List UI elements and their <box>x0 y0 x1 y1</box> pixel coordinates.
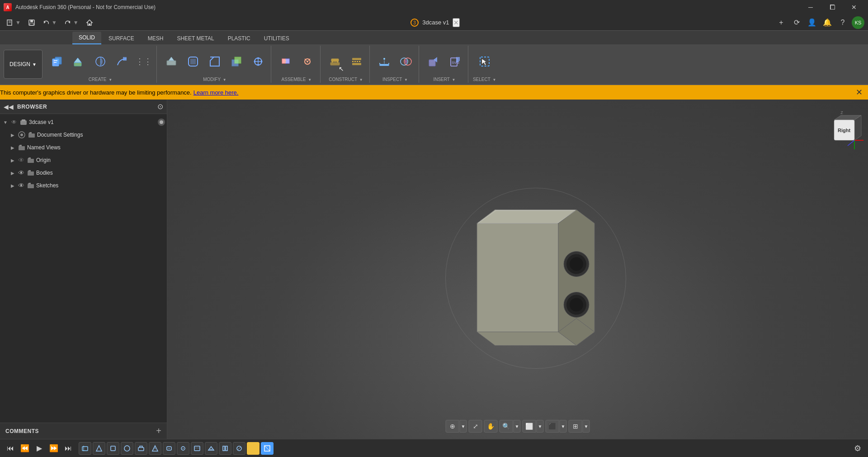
timeline-icon-active1[interactable] <box>247 442 259 455</box>
tree-item-doc-settings[interactable]: ▶ Document Settings <box>0 129 167 141</box>
sync-button[interactable]: ⟳ <box>790 16 803 29</box>
inspect-label: INSPECT ▼ <box>382 77 408 83</box>
timeline-icon-6[interactable] <box>149 442 161 455</box>
notification-text: This computer's graphics driver or hardw… <box>0 89 192 96</box>
tree-arrow-doc-settings[interactable]: ▶ <box>9 131 16 138</box>
tree-item-root[interactable]: ▼ 👁 3dcase v1 <box>0 116 167 129</box>
timeline-icon-2[interactable] <box>93 442 105 455</box>
timeline-icon-8[interactable] <box>177 442 189 455</box>
tree-arrow-root[interactable]: ▼ <box>2 119 9 126</box>
move-icon[interactable] <box>248 50 268 73</box>
tree-item-named-views[interactable]: ▶ Named Views <box>0 141 167 154</box>
app-icon: A <box>4 3 12 11</box>
timeline-icon-active2[interactable] <box>261 442 274 455</box>
insert-mesh-icon[interactable] <box>424 50 443 73</box>
tree-eye-origin[interactable]: 👁 <box>17 156 25 164</box>
joint-icon[interactable] <box>297 50 317 73</box>
tab-close-button[interactable]: ✕ <box>453 18 460 27</box>
orientation-button[interactable]: ⊕ <box>446 420 459 433</box>
tab-surface[interactable]: SURFACE <box>102 33 141 44</box>
display-arrow[interactable]: ▼ <box>537 420 544 433</box>
tab-solid[interactable]: SOLID <box>72 32 101 44</box>
orbit-button[interactable]: ✋ <box>484 420 498 433</box>
press-pull-icon[interactable] <box>161 50 181 73</box>
timeline-icon-11[interactable] <box>219 442 231 455</box>
browser-settings-button[interactable]: ⊙ <box>157 102 163 111</box>
user-avatar[interactable]: KS <box>852 16 864 29</box>
tab-mesh[interactable]: MESH <box>142 33 170 44</box>
timeline-icon-4[interactable] <box>121 442 133 455</box>
undo-button[interactable]: ▼ <box>40 16 60 29</box>
tree-arrow-origin[interactable]: ▶ <box>9 157 16 164</box>
timeline-first-button[interactable]: ⏮ <box>4 442 17 455</box>
timeline-icon-7[interactable] <box>163 442 175 455</box>
tree-eye-sketches[interactable]: 👁 <box>17 181 25 190</box>
tree-arrow-sketches[interactable]: ▶ <box>9 182 16 189</box>
add-comment-button[interactable]: + <box>156 426 161 436</box>
visual-style-button[interactable]: ⬛ <box>546 420 559 433</box>
new-component-assemble-icon[interactable] <box>276 50 296 73</box>
more-create-icons[interactable]: ⋮⋮ <box>134 50 154 73</box>
insert-svg-icon[interactable]: SVG <box>445 50 465 73</box>
maximize-button[interactable]: ⧠ <box>822 0 843 14</box>
timeline-play-button[interactable]: ▶ <box>33 442 46 455</box>
svg-rect-67 <box>28 133 35 138</box>
redo-button[interactable]: ▼ <box>61 16 81 29</box>
timeline-prev-button[interactable]: ⏪ <box>18 442 32 455</box>
help-button[interactable]: ? <box>836 16 849 29</box>
timeline-icon-3[interactable] <box>107 442 119 455</box>
measure-icon[interactable] <box>374 50 394 73</box>
save-button[interactable] <box>25 16 38 29</box>
interference-icon[interactable] <box>396 50 416 73</box>
tree-eye-root[interactable]: 👁 <box>10 118 18 126</box>
timeline-icon-10[interactable] <box>205 442 217 455</box>
viewport[interactable]: Right Z ⊕ ▼ ⤢ ✋ 🔍 <box>167 100 868 439</box>
home-button[interactable] <box>83 16 96 29</box>
pan-button[interactable]: ⤢ <box>469 420 482 433</box>
offset-plane-icon[interactable]: ↖ <box>325 50 345 73</box>
timeline-icon-5[interactable] <box>135 442 147 455</box>
tree-arrow-named-views[interactable]: ▶ <box>9 144 16 151</box>
tab-plastic[interactable]: PLASTIC <box>222 33 257 44</box>
settings-gear-button[interactable]: ⚙ <box>851 442 864 455</box>
extrude-icon[interactable] <box>69 50 89 73</box>
orientation-arrow[interactable]: ▼ <box>460 420 467 433</box>
browser-collapse-button[interactable]: ◀◀ <box>4 103 14 110</box>
design-button[interactable]: DESIGN ▼ <box>4 50 42 79</box>
notification-link[interactable]: Learn more here. <box>193 89 239 96</box>
tree-item-origin[interactable]: ▶ 👁 Origin <box>0 154 167 167</box>
midplane-icon[interactable] <box>347 50 367 73</box>
timeline-next-button[interactable]: ⏩ <box>47 442 61 455</box>
tab-sheet-metal[interactable]: SHEET METAL <box>170 33 220 44</box>
grid-button[interactable]: ⊞ <box>569 420 582 433</box>
zoom-arrow[interactable]: ▼ <box>514 420 521 433</box>
grid-arrow[interactable]: ▼ <box>583 420 590 433</box>
new-button[interactable]: ▼ <box>4 16 24 29</box>
combine-icon[interactable] <box>226 50 246 73</box>
sweep-icon[interactable] <box>112 50 132 73</box>
revolve-icon[interactable] <box>90 50 110 73</box>
tree-item-sketches[interactable]: ▶ 👁 Sketches <box>0 179 167 192</box>
close-button[interactable]: ✕ <box>844 0 864 14</box>
tree-eye-bodies[interactable]: 👁 <box>17 169 25 177</box>
zoom-button[interactable]: 🔍 <box>500 420 513 433</box>
chamfer-icon[interactable] <box>205 50 225 73</box>
display-button[interactable]: ⬜ <box>523 420 536 433</box>
tree-item-bodies[interactable]: ▶ 👁 Bodies <box>0 167 167 179</box>
visual-style-arrow[interactable]: ▼ <box>560 420 567 433</box>
timeline-icon-9[interactable] <box>191 442 203 455</box>
minimize-button[interactable]: ─ <box>800 0 821 14</box>
tree-arrow-bodies[interactable]: ▶ <box>9 169 16 176</box>
notification-button[interactable]: 🔔 <box>821 16 834 29</box>
tab-utilities[interactable]: UTILITIES <box>258 33 296 44</box>
add-tab-button[interactable]: + <box>775 16 788 29</box>
select-icon[interactable] <box>475 50 495 73</box>
profile-button[interactable]: 👤 <box>806 16 818 29</box>
timeline-last-button[interactable]: ⏭ <box>61 442 75 455</box>
timeline-icon-1[interactable] <box>79 442 91 455</box>
new-component-icon[interactable] <box>47 50 67 73</box>
fillet-icon[interactable] <box>183 50 203 73</box>
nav-cube[interactable]: Right Z <box>823 109 859 145</box>
timeline-icon-12[interactable] <box>233 442 245 455</box>
notification-close-button[interactable]: ✕ <box>856 87 863 97</box>
